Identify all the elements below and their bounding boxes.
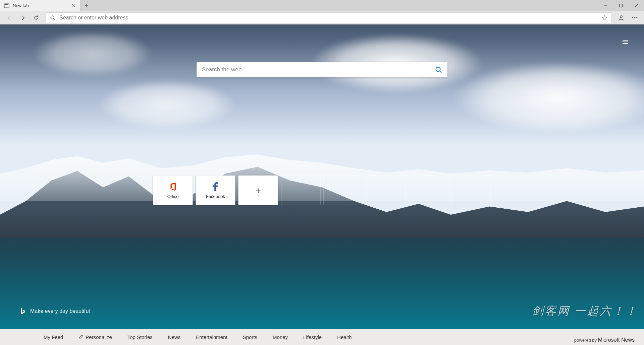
tile-facebook[interactable]: Facebook xyxy=(196,176,235,205)
feed-link-top-stories[interactable]: Top Stories xyxy=(127,334,153,340)
tile-empty-slot[interactable] xyxy=(366,176,406,205)
bing-tagline[interactable]: Make every day beautiful xyxy=(20,307,90,315)
page-settings-button[interactable] xyxy=(620,37,631,47)
new-tab-button[interactable] xyxy=(80,0,93,11)
powered-by-prefix: powered by xyxy=(574,338,598,343)
close-window-button[interactable] xyxy=(629,0,644,11)
svg-point-3 xyxy=(51,16,54,19)
web-search-input[interactable] xyxy=(202,66,435,73)
svg-point-4 xyxy=(620,16,622,18)
svg-point-8 xyxy=(436,67,440,72)
feed-link-sports[interactable]: Sports xyxy=(243,334,257,340)
feed-link-health[interactable]: Health xyxy=(337,334,352,340)
powered-by: powered by Microsoft News xyxy=(574,337,635,343)
tile-empty-slot[interactable] xyxy=(451,176,491,205)
tab-close-button[interactable] xyxy=(71,3,76,8)
tile-empty-slot[interactable] xyxy=(324,176,363,205)
address-input[interactable] xyxy=(59,15,598,21)
profile-button[interactable] xyxy=(615,12,627,24)
feed-link-personalize[interactable]: Personalize xyxy=(78,334,112,340)
feed-link-news[interactable]: News xyxy=(168,334,181,340)
tile-empty-slot[interactable] xyxy=(281,176,321,205)
web-search-submit-icon[interactable] xyxy=(435,66,442,73)
tile-office[interactable]: Office xyxy=(153,176,193,205)
svg-rect-1 xyxy=(5,4,8,5)
powered-by-brand: Microsoft News xyxy=(598,337,635,343)
svg-rect-0 xyxy=(4,4,9,8)
web-search-box[interactable] xyxy=(197,62,447,77)
bing-tagline-text: Make every day beautiful xyxy=(30,308,90,314)
svg-rect-2 xyxy=(620,4,623,7)
news-feed-nav: My Feed Personalize Top Stories News Ent… xyxy=(0,329,644,345)
tile-label: Office xyxy=(167,194,179,199)
feed-more-button[interactable] xyxy=(367,335,373,339)
feed-link-money[interactable]: Money xyxy=(273,334,288,340)
address-bar[interactable] xyxy=(46,12,612,23)
svg-point-10 xyxy=(370,337,370,337)
svg-point-9 xyxy=(368,337,368,337)
quick-links-tiles: Office Facebook ＋ xyxy=(153,176,491,205)
tab-title: New tab xyxy=(13,3,68,8)
svg-point-6 xyxy=(634,17,635,18)
refresh-button[interactable] xyxy=(30,12,42,24)
favorite-star-icon[interactable] xyxy=(602,15,607,21)
new-tab-page: Office Facebook ＋ Make every day beautif… xyxy=(0,24,644,329)
forward-button[interactable] xyxy=(17,12,29,24)
plus-icon: ＋ xyxy=(254,185,263,196)
toolbar xyxy=(0,11,644,24)
feed-link-entertainment[interactable]: Entertainment xyxy=(196,334,227,340)
feed-link-my-feed[interactable]: My Feed xyxy=(44,334,63,340)
tile-empty-slot[interactable] xyxy=(409,176,448,205)
maximize-button[interactable] xyxy=(613,0,629,11)
browser-tab[interactable]: New tab xyxy=(0,0,80,11)
tile-add[interactable]: ＋ xyxy=(238,176,278,205)
bing-icon xyxy=(20,307,25,315)
svg-point-11 xyxy=(372,337,372,337)
feed-link-label: Personalize xyxy=(86,334,112,340)
pencil-icon xyxy=(78,335,83,339)
search-icon xyxy=(50,15,55,20)
tab-favicon xyxy=(4,3,9,8)
office-icon xyxy=(169,182,177,191)
window-controls xyxy=(598,0,644,11)
facebook-icon xyxy=(213,182,218,191)
watermark-text: 剑客网 一起六！！ xyxy=(532,303,638,319)
feed-link-lifestyle[interactable]: Lifestyle xyxy=(303,334,322,340)
svg-point-7 xyxy=(636,17,637,18)
back-button[interactable] xyxy=(3,12,15,24)
more-menu-button[interactable] xyxy=(629,12,641,24)
svg-point-5 xyxy=(632,17,633,18)
tile-label: Facebook xyxy=(206,194,225,199)
titlebar: New tab xyxy=(0,0,644,11)
minimize-button[interactable] xyxy=(598,0,613,11)
